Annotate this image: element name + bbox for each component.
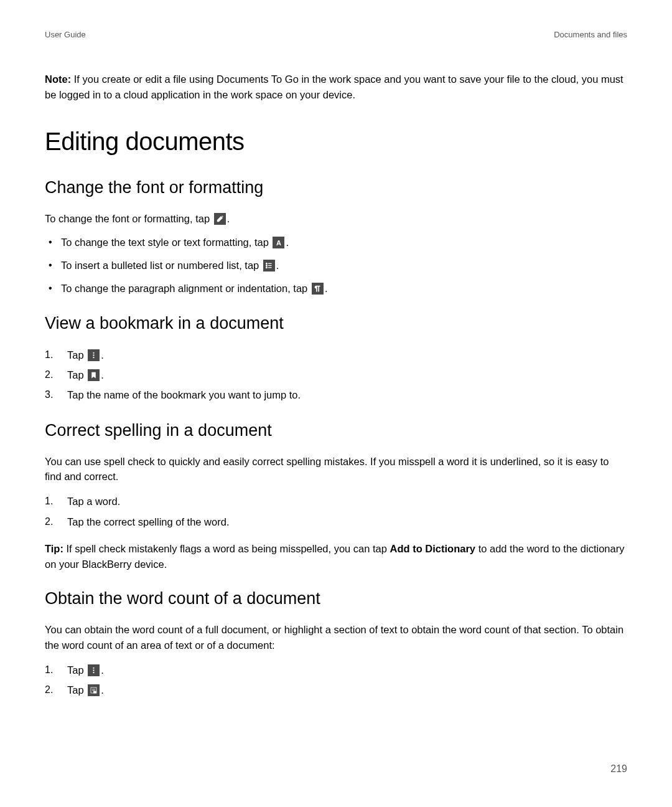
note-block: Note: If you create or edit a file using… [45,72,627,103]
paragraph-icon [312,283,324,295]
svg-point-1 [266,263,267,265]
note-text: If you create or edit a file using Docum… [45,73,623,100]
sec1-intro: To change the font or formatting, tap . [45,211,627,227]
list-item: To change the paragraph alignment or ind… [45,281,627,296]
more-menu-icon [88,349,100,361]
word-count-icon [88,684,100,696]
more-menu-icon [88,664,100,676]
svg-point-3 [266,265,267,267]
note-label: Note: [45,73,71,85]
section-view-bookmark-heading: View a bookmark in a document [45,314,627,333]
page-number: 219 [610,763,627,775]
list-item: Tap . [45,662,627,678]
tip-label: Tip: [45,543,63,554]
svg-point-9 [93,357,95,358]
list-item: Tap the name of the bookmark you want to… [45,387,627,403]
svg-point-8 [93,354,95,356]
sec2-steps: Tap . Tap . Tap the name of the bookmark… [45,347,627,404]
text-style-icon: A [273,237,284,248]
list-item: Tap . [45,347,627,363]
add-to-dictionary-bold: Add to Dictionary [390,543,476,554]
list-item: Tap a word. [45,493,627,509]
pencil-icon [214,213,226,225]
svg-line-0 [222,215,223,217]
tip-block: Tip: If spell check mistakenly flags a w… [45,541,627,572]
page-title: Editing documents [45,128,627,156]
svg-point-12 [93,672,95,673]
svg-point-7 [93,352,95,353]
page-header: User Guide Documents and files [45,30,627,39]
section-word-count-heading: Obtain the word count of a document [45,589,627,608]
section-change-font-heading: Change the font or formatting [45,178,627,197]
list-item: To insert a bulleted list or numbered li… [45,258,627,273]
section-correct-spelling-heading: Correct spelling in a document [45,421,627,440]
svg-point-5 [266,267,267,268]
svg-rect-16 [94,692,96,694]
header-left: User Guide [45,30,86,39]
bookmark-icon [88,369,100,381]
sec4-steps: Tap . Tap . [45,662,627,699]
sec1-bullets: To change the text style or text formatt… [45,235,627,296]
sec4-intro: You can obtain the word count of a full … [45,622,627,653]
list-format-icon [263,260,275,271]
sec3-steps: Tap a word. Tap the correct spelling of … [45,493,627,530]
list-item: Tap . [45,682,627,698]
list-item: Tap the correct spelling of the word. [45,514,627,530]
svg-point-11 [93,669,95,671]
sec3-intro: You can use spell check to quickly and e… [45,454,627,485]
list-item: Tap . [45,367,627,383]
list-item: To change the text style or text formatt… [45,235,627,250]
header-right: Documents and files [554,30,627,39]
svg-point-10 [93,668,95,669]
